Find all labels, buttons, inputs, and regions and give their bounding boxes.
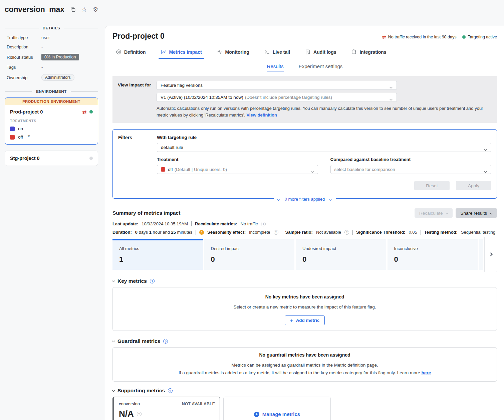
view-impact-box: View impact for Feature flag versions V1… [112, 76, 497, 123]
divider [282, 230, 282, 235]
cards-next-button[interactable] [484, 237, 497, 272]
target-icon [116, 49, 121, 55]
filters-title: Filters [118, 135, 157, 190]
details-heading: DETAILS [5, 26, 98, 30]
collapse-chevron-icon[interactable] [112, 390, 114, 391]
treatment-color-swatch [10, 127, 15, 131]
collapse-chevron-icon[interactable] [112, 341, 114, 342]
flag-name: conversion_max [5, 5, 64, 14]
key-metrics-title: Key metrics [117, 278, 147, 284]
targeting-rule-label: With targeting rule [157, 135, 491, 140]
summary-status-line-1: Last update: 10/02/2024 10:35:19AM Recal… [112, 221, 497, 226]
targeting-rule-select[interactable]: default rule [157, 143, 491, 152]
metric-card-partial [479, 239, 483, 270]
impact-note: Automatic calculations only run on versi… [157, 105, 492, 119]
treatment-row-on: on [10, 126, 93, 131]
help-icon[interactable]: ? [163, 339, 168, 344]
help-icon[interactable]: ? [274, 230, 278, 235]
tab-audit-logs[interactable]: Audit logs [305, 49, 336, 59]
guardrail-metrics-title: Guardrail metrics [117, 338, 160, 344]
metric-value: N/A [119, 409, 134, 419]
gear-icon[interactable]: ⚙ [93, 6, 98, 13]
help-icon[interactable]: ? [168, 388, 173, 393]
share-results-button[interactable]: Share results [456, 208, 497, 218]
treatment-name: off [18, 135, 23, 140]
version-select[interactable]: V1 (Active) (10/02/2024 10:35AM to now) … [157, 93, 397, 102]
metric-name: conversion [119, 401, 140, 406]
recalculate-button[interactable]: Recalculate [415, 208, 453, 218]
chevron-down-icon [446, 212, 448, 214]
collapse-chevron-icon[interactable] [112, 281, 114, 282]
summary-title: Summary of metrics impact [112, 210, 180, 216]
detail-label: Tags [7, 65, 41, 70]
subtab-results[interactable]: Results [267, 63, 284, 71]
chevron-down-icon [311, 168, 313, 173]
treatment-select[interactable]: off (Default | Unique users: 0) [157, 165, 318, 174]
help-icon[interactable]: ? [137, 412, 142, 416]
key-metrics-empty-card: No key metrics have been assigned Select… [112, 287, 497, 331]
targeting-status: Targeting active [462, 35, 497, 39]
treatment-label: Treatment [157, 157, 318, 162]
more-filters-toggle[interactable]: 0 more filters applied [274, 197, 336, 202]
chevron-right-icon [489, 253, 492, 256]
summary-card-undesired-impact[interactable]: Undesired impact 0 [296, 239, 386, 270]
detail-value: - [41, 44, 98, 49]
plus-circle-icon: + [254, 412, 259, 417]
no-traffic-icon: ⇄ [382, 35, 386, 39]
ownership-pill[interactable]: Administrators [41, 74, 74, 81]
apply-button[interactable]: Apply [456, 181, 491, 190]
summary-card-desired-impact[interactable]: Desired impact 0 [204, 239, 295, 270]
no-traffic-icon: ⇄ [82, 110, 86, 115]
header-status: ⇄ No traffic received in the last 90 day… [382, 35, 497, 39]
guardrail-metrics-empty-card: No guardrail metrics have been assigned … [112, 347, 497, 382]
detail-label: Traffic type [7, 35, 41, 40]
audit-log-icon [305, 49, 311, 55]
view-definition-link[interactable]: View definition [246, 113, 277, 118]
divider [196, 230, 196, 235]
tab-live-tail[interactable]: Live tail [264, 49, 290, 59]
environment-card-staging[interactable]: Stg-project 0 [5, 151, 98, 166]
tab-integrations[interactable]: Integrations [351, 49, 386, 59]
detail-label: Description [7, 44, 41, 49]
info-icon[interactable]: i [261, 222, 266, 226]
environment-card-production[interactable]: PRODUCTION ENVIRONMENT Prod-project 0 ⇄ … [5, 97, 98, 145]
chevron-down-icon [277, 198, 280, 201]
summary-card-all-metrics[interactable]: All metrics 1 [112, 239, 203, 270]
metric-card-conversion[interactable]: conversion NOT AVAILABLE N/A ? No calcul… [112, 397, 220, 420]
add-metric-button[interactable]: + Add metric [285, 316, 325, 325]
divider [191, 221, 192, 226]
manage-metrics-button[interactable]: + Manage metrics [254, 411, 300, 417]
summary-status-line-2: Duration: 0 days 1 hour and 25 minutes !… [112, 230, 497, 235]
terminal-icon [264, 49, 270, 55]
production-banner: PRODUCTION ENVIRONMENT [5, 98, 98, 105]
version-type-select[interactable]: Feature flag versions [157, 81, 397, 90]
flag-header: conversion_max ☆ ⚙ [0, 0, 504, 14]
rollout-status-badge: 0% in Production [41, 54, 79, 60]
chevron-down-icon [329, 198, 332, 201]
sidebar: DETAILS Traffic type user Description - … [0, 22, 105, 166]
view-impact-label: View impact for [118, 81, 157, 119]
environment-name: Prod-project 0 [10, 109, 43, 115]
plus-icon: + [290, 318, 293, 323]
puzzle-icon [351, 49, 357, 55]
details-list: Traffic type user Description - Rollout … [7, 35, 98, 81]
treatment-color-swatch [10, 135, 15, 140]
help-icon[interactable]: ? [150, 279, 155, 283]
default-treatment-icon: * [28, 136, 30, 139]
summary-card-inconclusive[interactable]: Inconclusive 0 [388, 239, 478, 270]
treatment-color-swatch [161, 167, 165, 172]
tab-definition[interactable]: Definition [116, 49, 146, 59]
subtab-experiment-settings[interactable]: Experiment settings [299, 63, 343, 71]
status-dot-active [89, 110, 93, 114]
warning-icon: ! [199, 230, 204, 235]
baseline-select[interactable]: select baseline for comparison [330, 165, 492, 174]
star-icon[interactable]: ☆ [81, 6, 87, 13]
tab-metrics-impact[interactable]: Metrics impact [161, 49, 202, 59]
tab-monitoring[interactable]: Monitoring [217, 49, 249, 59]
chevron-down-icon [484, 168, 487, 173]
baseline-label: Compared against baseline treatment [330, 157, 492, 162]
help-icon[interactable]: ? [344, 230, 349, 235]
reset-button[interactable]: Reset [414, 181, 450, 190]
learn-more-link[interactable]: here [422, 370, 431, 375]
copy-icon[interactable] [70, 7, 76, 12]
